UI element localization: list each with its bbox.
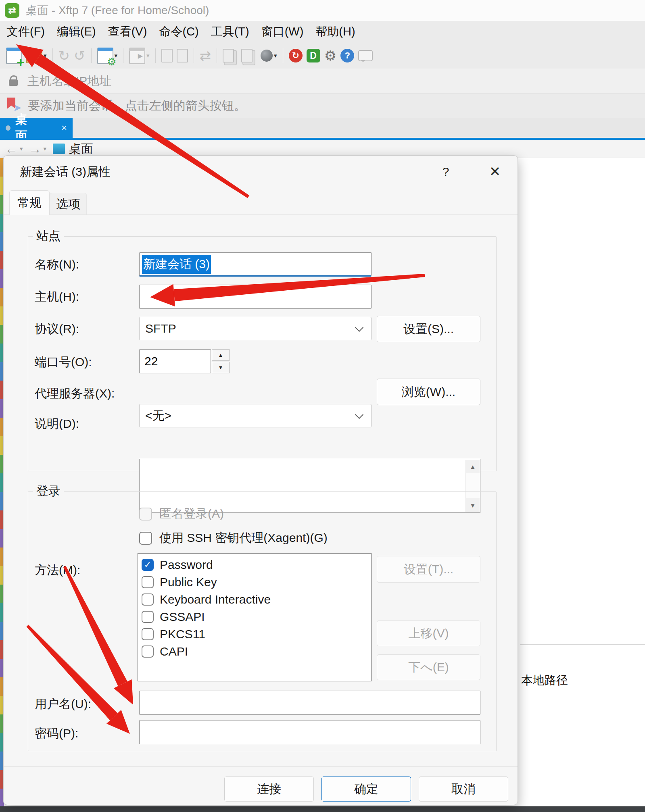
forward-icon[interactable]: → bbox=[29, 142, 42, 156]
menu-command[interactable]: 命令(C) bbox=[159, 24, 198, 40]
copy-icon bbox=[223, 49, 234, 62]
path-location: 桌面 bbox=[69, 141, 93, 157]
xagent-row[interactable]: 使用 SSH 密钥代理(Xagent)(G) bbox=[139, 530, 328, 546]
menu-file[interactable]: 文件(F) bbox=[6, 24, 45, 40]
method-item-keyboard[interactable]: Keyboard Interactive bbox=[138, 591, 371, 608]
login-group-label: 登录 bbox=[33, 483, 64, 500]
name-field[interactable]: 新建会话 (3) bbox=[139, 252, 372, 277]
name-selected-text: 新建会话 (3) bbox=[142, 255, 211, 274]
xagent-checkbox[interactable] bbox=[139, 532, 152, 545]
chevron-down-icon bbox=[355, 410, 363, 419]
reconnect-icon: ↺ bbox=[74, 48, 86, 63]
unchecked-checkbox[interactable] bbox=[142, 645, 154, 658]
dialog-title: 新建会话 (3)属性 bbox=[20, 164, 111, 180]
dialog-help-button[interactable]: ? bbox=[433, 160, 459, 183]
tab-status-dot-icon bbox=[6, 125, 10, 131]
chat-bubble-icon bbox=[358, 50, 373, 61]
move-down-button: 下へ(E) bbox=[377, 654, 480, 680]
tab-desktop[interactable]: 桌面 × bbox=[0, 118, 73, 138]
cancel-button[interactable]: 取消 bbox=[419, 777, 508, 802]
new-session-icon: + bbox=[6, 48, 22, 64]
session-tab-bar: 桌面 × bbox=[0, 118, 645, 138]
unchecked-checkbox[interactable] bbox=[142, 576, 154, 588]
feedback-button[interactable] bbox=[356, 46, 375, 65]
dialog-close-button[interactable]: ✕ bbox=[480, 160, 509, 183]
tab-options[interactable]: 选项 bbox=[50, 193, 87, 215]
help-icon: ? bbox=[340, 49, 354, 62]
proxy-select[interactable]: <无> bbox=[139, 404, 372, 427]
run-icon: ▶ bbox=[129, 48, 145, 64]
session-settings-button[interactable]: ⚙▾ bbox=[95, 46, 120, 65]
new-session-button[interactable]: + bbox=[4, 46, 24, 65]
username-label: 用户名(U): bbox=[35, 696, 91, 712]
unchecked-checkbox[interactable] bbox=[142, 611, 154, 623]
lock-icon bbox=[9, 79, 18, 86]
local-path-header: 本地路径 bbox=[521, 673, 568, 689]
checked-checkbox[interactable]: ✓ bbox=[142, 559, 154, 571]
method-item-gssapi[interactable]: GSSAPI bbox=[138, 608, 371, 625]
port-input[interactable] bbox=[140, 350, 211, 373]
refresh-icon: ↻ bbox=[58, 48, 70, 63]
method-item-publickey[interactable]: Public Key bbox=[138, 573, 371, 591]
document-icon bbox=[177, 49, 188, 62]
gear-icon: ⚙ bbox=[324, 48, 336, 63]
info-bar: ➤ 要添加当前会话，点击左侧的箭头按钮。 bbox=[0, 94, 645, 118]
username-input[interactable] bbox=[140, 691, 480, 714]
toolbar-separator bbox=[155, 48, 156, 63]
password-field[interactable] bbox=[139, 720, 480, 744]
open-folder-icon bbox=[26, 51, 42, 63]
address-bar bbox=[0, 69, 645, 94]
menu-tools[interactable]: 工具(T) bbox=[211, 24, 249, 40]
spinner-down-icon[interactable]: ▼ bbox=[212, 362, 230, 373]
proxy-label: 代理服务器(X): bbox=[35, 385, 115, 402]
ok-button[interactable]: 确定 bbox=[321, 777, 411, 802]
forward-dropdown-icon[interactable]: ▾ bbox=[44, 145, 47, 152]
menu-help[interactable]: 帮助(H) bbox=[315, 24, 355, 40]
footer-divider bbox=[4, 766, 518, 767]
chevron-down-icon bbox=[355, 323, 363, 332]
protocol-settings-button[interactable]: 设置(S)... bbox=[377, 316, 480, 342]
method-item-capi[interactable]: CAPI bbox=[138, 643, 371, 660]
copy-icon bbox=[241, 49, 253, 62]
menu-window[interactable]: 窗口(W) bbox=[261, 24, 304, 40]
method-label: 方法(M): bbox=[35, 562, 80, 579]
method-settings-button: 设置(T)... bbox=[377, 556, 480, 583]
xftp-brand-button[interactable]: D bbox=[305, 46, 322, 65]
host-address-input[interactable] bbox=[27, 74, 391, 88]
taskbar-sliver bbox=[0, 806, 645, 812]
host-input[interactable] bbox=[140, 285, 371, 308]
port-field[interactable] bbox=[139, 349, 211, 373]
tab-close-icon[interactable]: × bbox=[61, 122, 67, 133]
back-dropdown-icon[interactable]: ▾ bbox=[20, 145, 23, 152]
open-session-button[interactable]: ▾ bbox=[24, 46, 49, 65]
port-label: 端口号(O): bbox=[35, 354, 92, 371]
xshell-button[interactable]: ↻ bbox=[287, 46, 305, 65]
tab-strip-line bbox=[4, 214, 518, 215]
xftp-window: ⇄ 桌面 - Xftp 7 (Free for Home/School) 文件(… bbox=[0, 0, 645, 812]
protocol-select[interactable]: SFTP bbox=[139, 317, 372, 340]
help-button[interactable]: ? bbox=[338, 46, 356, 65]
tab-general[interactable]: 常规 bbox=[9, 190, 50, 215]
toolbar-separator bbox=[283, 48, 283, 63]
panel-divider bbox=[520, 644, 645, 645]
back-icon[interactable]: ← bbox=[5, 142, 18, 156]
connect-button[interactable]: 连接 bbox=[224, 777, 314, 802]
spinner-up-icon[interactable]: ▲ bbox=[212, 349, 230, 361]
menu-edit[interactable]: 编辑(E) bbox=[57, 24, 96, 40]
username-field[interactable] bbox=[139, 691, 480, 715]
anonymous-login-row[interactable]: 匿名登录(A) bbox=[139, 506, 224, 522]
sphere-button[interactable]: ▾ bbox=[259, 46, 279, 65]
scroll-up-icon[interactable]: ▲ bbox=[466, 460, 480, 473]
method-listbox[interactable]: ✓ Password Public Key Keyboard Interacti… bbox=[138, 553, 372, 681]
menu-view[interactable]: 查看(V) bbox=[108, 24, 147, 40]
window-title: 桌面 - Xftp 7 (Free for Home/School) bbox=[26, 3, 209, 18]
unchecked-checkbox[interactable] bbox=[142, 593, 154, 606]
settings-button[interactable]: ⚙ bbox=[322, 46, 338, 65]
host-field[interactable] bbox=[139, 285, 372, 309]
proxy-browse-button[interactable]: 浏览(W)... bbox=[377, 379, 480, 405]
document-button-1 bbox=[159, 46, 175, 65]
method-item-password[interactable]: ✓ Password bbox=[138, 556, 371, 573]
method-item-pkcs11[interactable]: PKCS11 bbox=[138, 625, 371, 643]
unchecked-checkbox[interactable] bbox=[142, 628, 154, 640]
password-input[interactable] bbox=[140, 720, 480, 744]
